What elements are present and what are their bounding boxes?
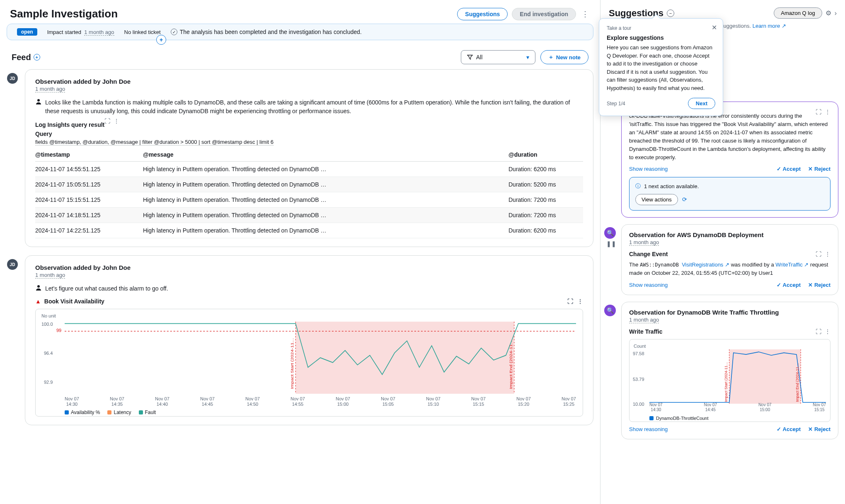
learn-more-link[interactable]: Learn more ↗ [753,23,786,29]
legend-throttle: DynamoDB-ThrottleCount [656,416,709,421]
suggestions-button[interactable]: Suggestions [457,8,508,20]
end-investigation-button[interactable]: End investigation [512,8,576,20]
impact-value: 1 month ago [84,29,114,36]
card-title: Observation added by John Doe [35,78,583,85]
user-icon [35,98,42,116]
user-icon [35,284,42,293]
check-circle-icon: ✓ [171,29,177,35]
suggestion-timestamp: 1 month ago [629,239,659,246]
expand-icon[interactable]: ⛶ [104,118,110,124]
expand-icon[interactable]: ⛶ [816,251,821,257]
info-bar: open Impact started 1 month ago No linke… [7,24,593,40]
query-label: Query [35,131,583,137]
svg-rect-8 [729,349,801,404]
table-row: 2024-11-07 14:22:51.125High latency in P… [35,223,583,238]
page-title: Sample Investigation [10,7,118,20]
svg-rect-2 [295,322,514,394]
suggestion-card: 🔍 Observation for DynamoDB Write Traffic… [621,302,838,439]
card-timestamp: 1 month ago [35,272,65,279]
card-timestamp: 1 month ago [35,86,65,92]
legend-fault: Fault [145,410,156,415]
close-icon[interactable]: ✕ [712,24,717,32]
chevron-right-icon[interactable]: › [835,10,837,17]
accept-button[interactable]: ✓ Accept [777,166,801,172]
observation-body: Let's figure out what caused this alarm … [45,284,168,293]
show-reasoning-link[interactable]: Show reasoning [629,282,668,288]
pause-icon[interactable]: ❚❚ [606,240,616,247]
conclusion-text: The analysis has been completed and the … [180,29,362,35]
card-menu-icon[interactable]: ⋮ [114,118,119,124]
legend-latency: Latency [114,410,131,415]
observation-body: Looks like the Lambda function is making… [45,98,583,116]
gear-icon[interactable]: ⚙ [826,9,831,17]
svg-text:Impact End (2024-11…: Impact End (2024-11… [795,363,799,402]
svg-point-0 [37,99,40,102]
expand-icon[interactable]: ⛶ [567,298,573,305]
suggestion-title: Observation for AWS DynamoDB Deployment [629,231,830,238]
tour-body: Here you can see suggestions from Amazon… [607,44,715,92]
chart-unit: No unit [41,313,577,318]
write-traffic-link[interactable]: WriteTraffic ↗ [775,262,809,268]
tour-heading: Explore suggestions [607,34,715,41]
tour-popover: ✕ Take a tour Explore suggestions Here y… [599,18,723,116]
reject-button[interactable]: ✕ Reject [808,282,830,288]
table-row: 2024-11-07 14:55:51.125High latency in P… [35,162,583,177]
card-menu-icon[interactable]: ⋮ [825,328,830,335]
table-header: @timestamp @message @duration [35,151,583,162]
add-circle-icon[interactable]: + [156,35,166,45]
change-event-heading: Change Event [629,251,668,257]
table-row: 2024-11-07 15:05:51.125High latency in P… [35,177,583,192]
refresh-icon[interactable]: ⟳ [682,196,687,203]
log-result-heading: Log Insights query result [35,121,104,128]
new-note-button[interactable]: ＋New note [540,50,588,64]
accept-button[interactable]: ✓ Accept [777,426,801,432]
avatar: JD [7,259,18,270]
info-icon: ⓘ [635,182,641,190]
tour-step: Step 1/4 [607,101,625,107]
feed-add-icon[interactable]: + [34,54,40,61]
observation-card: JD Observation added by John Doe 1 month… [25,69,593,247]
show-reasoning-link[interactable]: Show reasoning [629,166,668,172]
expand-icon[interactable]: ⛶ [816,328,821,335]
expand-icon[interactable]: ⛶ [816,109,821,115]
feed-heading: Feed+ [12,53,40,62]
hypothesis-body: ck-DDBTable-VisitRegistrations is he err… [629,112,830,162]
query-string: fields @timestamp, @duration, @message |… [35,139,274,145]
plus-icon: ＋ [548,53,554,61]
card-title: Observation added by John Doe [35,264,583,271]
filter-icon [467,54,473,60]
availability-chart: No unit 100.0 99 96.4 92.9 Impact Start … [35,309,583,417]
svg-text:Impact Start (2024-11…: Impact Start (2024-11… [724,361,728,402]
tour-next-button[interactable]: Next [688,98,715,109]
legend-availability: Availability % [71,410,100,415]
view-actions-button[interactable]: View actions [635,194,678,205]
impact-label: Impact started [47,29,81,35]
search-icon: 🔍 [604,227,616,239]
collapse-icon[interactable]: − [667,10,674,17]
reject-button[interactable]: ✕ Reject [808,426,830,432]
svg-text:Impact End (2024-11…: Impact End (2024-11… [508,339,513,389]
card-menu-icon[interactable]: ⋮ [825,251,830,257]
table-row: 2024-11-07 14:18:51.125High latency in P… [35,208,583,223]
warning-icon: ▲ [35,298,41,305]
hypothesis-card: ⛶ ⋮ ck-DDBTable-VisitRegistrations is he… [621,102,838,218]
reject-button[interactable]: ✕ Reject [808,166,830,172]
avatar: JD [7,73,18,84]
next-action-box: ⓘ1 next action available. View actions ⟳ [629,177,830,211]
table-row: 2024-11-07 15:15:51.125High latency in P… [35,192,583,208]
alarm-name: Book Visit Availability [44,298,104,305]
write-traffic-heading: Write Traffic [629,328,663,335]
card-menu-icon[interactable]: ⋮ [577,298,583,305]
change-event-body: The AWS::DynamoDB VisitRegistrations ↗ w… [629,261,830,277]
tour-label: Take a tour [607,25,715,31]
throttle-chart: Count 97.58 53.79 10.00 Impact Start (20… [629,339,830,422]
card-menu-icon[interactable]: ⋮ [825,109,830,115]
search-icon: 🔍 [604,305,616,316]
header-menu-icon[interactable]: ⋮ [580,9,590,19]
amazon-q-log-button[interactable]: Amazon Q log [774,7,822,19]
show-reasoning-link[interactable]: Show reasoning [629,426,668,432]
feed-filter-select[interactable]: All▾ [461,50,535,64]
ticket-link[interactable]: No linked ticket [124,29,161,35]
visit-registrations-link[interactable]: VisitRegistrations ↗ [682,262,729,268]
accept-button[interactable]: ✓ Accept [777,282,801,288]
